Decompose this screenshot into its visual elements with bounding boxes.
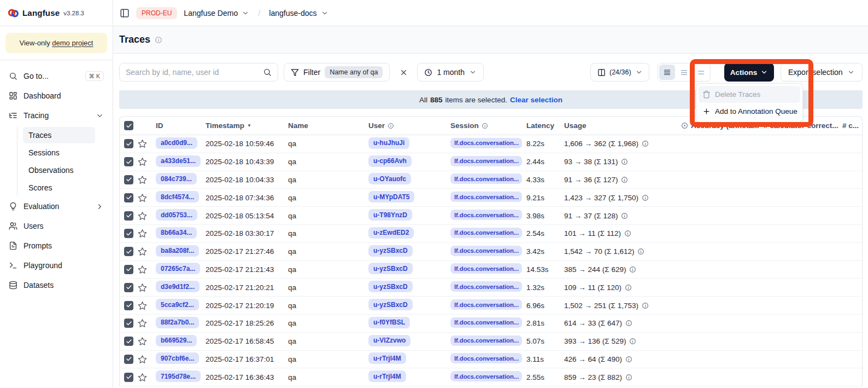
sidebar-item-prompts[interactable]: Prompts bbox=[4, 238, 108, 254]
row-checkbox[interactable] bbox=[124, 139, 133, 148]
star-icon[interactable] bbox=[138, 211, 147, 221]
info-icon[interactable] bbox=[642, 302, 649, 309]
sidebar-item-dashboard[interactable]: Dashboard bbox=[4, 88, 108, 104]
row-checkbox[interactable] bbox=[124, 355, 133, 364]
column-header-usage[interactable]: Usage bbox=[564, 121, 681, 130]
user-badge[interactable]: u-zEwdED2 bbox=[368, 227, 414, 239]
info-icon[interactable] bbox=[621, 158, 628, 165]
session-badge[interactable]: lf.docs.conversation... bbox=[450, 156, 522, 166]
session-badge[interactable]: lf.docs.conversation... bbox=[450, 317, 522, 328]
star-icon[interactable] bbox=[138, 318, 147, 328]
session-badge[interactable]: lf.docs.conversation... bbox=[450, 192, 522, 202]
star-icon[interactable] bbox=[138, 139, 147, 148]
user-badge[interactable]: u-yzSBxcD bbox=[368, 263, 413, 274]
info-icon[interactable] bbox=[629, 338, 636, 345]
column-header-latency[interactable]: Latency bbox=[526, 121, 564, 130]
sidebar-item-sessions[interactable]: Sessions bbox=[23, 144, 95, 161]
session-badge[interactable]: lf.docs.conversation... bbox=[450, 299, 522, 310]
session-badge[interactable]: lf.docs.conversation... bbox=[450, 246, 522, 256]
star-icon[interactable] bbox=[138, 229, 147, 238]
trace-id-badge[interactable]: d3e9d1f2... bbox=[156, 281, 200, 292]
trace-id-badge[interactable]: a0cd0d9... bbox=[156, 137, 197, 149]
org-breadcrumb[interactable]: Langfuse Demo bbox=[184, 9, 249, 18]
user-badge[interactable]: u-huJhuJi bbox=[368, 137, 409, 149]
info-icon[interactable] bbox=[637, 248, 644, 255]
row-checkbox[interactable] bbox=[124, 157, 133, 166]
column-header-user[interactable]: User bbox=[368, 121, 450, 130]
trace-id-badge[interactable]: 084c739... bbox=[156, 173, 197, 184]
sidebar-item-observations[interactable]: Observations bbox=[23, 162, 95, 178]
session-badge[interactable]: lf.docs.conversation... bbox=[450, 371, 522, 381]
star-icon[interactable] bbox=[138, 175, 147, 184]
trace-id-badge[interactable]: 8dcf4574... bbox=[156, 191, 199, 202]
user-badge[interactable]: u-T98YnzD bbox=[368, 209, 412, 221]
sidebar-item-datasets[interactable]: Datasets bbox=[4, 277, 108, 293]
session-badge[interactable]: lf.docs.conversation... bbox=[450, 173, 522, 184]
user-badge[interactable]: u-yzSBxcD bbox=[368, 299, 413, 310]
row-checkbox[interactable] bbox=[124, 318, 133, 328]
search-icon[interactable] bbox=[263, 68, 272, 77]
info-icon[interactable] bbox=[621, 212, 628, 219]
sidebar-item-tracing[interactable]: Tracing bbox=[4, 107, 108, 124]
sidebar-item-users[interactable]: Users bbox=[4, 218, 108, 234]
row-checkbox[interactable] bbox=[124, 193, 133, 202]
row-checkbox[interactable] bbox=[124, 373, 133, 382]
row-checkbox[interactable] bbox=[124, 337, 133, 346]
user-badge[interactable]: u-cp66Avh bbox=[368, 155, 412, 167]
star-icon[interactable] bbox=[138, 373, 147, 382]
session-badge[interactable]: lf.docs.conversation... bbox=[450, 335, 522, 346]
star-icon[interactable] bbox=[138, 193, 147, 202]
info-icon[interactable] bbox=[642, 194, 649, 201]
trace-id-badge[interactable]: 5cca9cf2... bbox=[156, 299, 199, 310]
session-badge[interactable]: lf.docs.conversation... bbox=[450, 263, 522, 274]
info-icon[interactable] bbox=[629, 266, 636, 273]
sidebar-item-traces[interactable]: Traces bbox=[23, 127, 95, 143]
user-badge[interactable]: u-MYpDAT5 bbox=[368, 191, 414, 202]
sidebar-item-scores[interactable]: Scores bbox=[23, 179, 95, 196]
sidebar-item-evaluation[interactable]: Evaluation bbox=[4, 198, 108, 215]
row-checkbox[interactable] bbox=[124, 229, 133, 238]
star-icon[interactable] bbox=[138, 301, 147, 310]
row-checkbox[interactable] bbox=[124, 211, 133, 221]
star-icon[interactable] bbox=[138, 247, 147, 256]
sidebar-toggle-icon[interactable] bbox=[120, 8, 130, 18]
session-badge[interactable]: lf.docs.conversation... bbox=[450, 353, 522, 363]
star-icon[interactable] bbox=[138, 337, 147, 346]
column-header-timestamp[interactable]: Timestamp▼ bbox=[206, 121, 288, 130]
user-badge[interactable]: u-rTrjl4M bbox=[368, 352, 406, 364]
trace-id-badge[interactable]: b669529... bbox=[156, 335, 197, 346]
row-checkbox[interactable] bbox=[124, 265, 133, 274]
user-badge[interactable]: u-f0YfBSL bbox=[368, 317, 410, 328]
trace-id-badge[interactable]: 7195d78e... bbox=[156, 370, 201, 382]
info-icon[interactable] bbox=[624, 230, 631, 237]
project-breadcrumb[interactable]: langfuse-docs bbox=[269, 9, 328, 18]
sidebar-item-playground[interactable]: Playground bbox=[4, 257, 108, 274]
star-icon[interactable] bbox=[138, 265, 147, 274]
user-badge[interactable]: u-yzSBxcD bbox=[368, 245, 413, 257]
session-badge[interactable]: lf.docs.conversation... bbox=[450, 210, 522, 220]
select-all-checkbox[interactable] bbox=[124, 121, 133, 130]
clear-filter-button[interactable] bbox=[395, 63, 412, 82]
info-icon[interactable] bbox=[642, 140, 649, 147]
star-icon[interactable] bbox=[138, 355, 147, 364]
search-input[interactable]: Search by id, name, user id bbox=[119, 63, 278, 82]
row-checkbox[interactable] bbox=[124, 301, 133, 310]
session-badge[interactable]: lf.docs.conversation... bbox=[450, 228, 522, 238]
info-icon[interactable] bbox=[625, 320, 632, 327]
clear-selection-link[interactable]: Clear selection bbox=[510, 96, 562, 104]
row-height-small-button[interactable] bbox=[659, 65, 675, 80]
user-badge[interactable]: u-yzSBxcD bbox=[368, 281, 413, 292]
session-badge[interactable]: lf.docs.conversation... bbox=[450, 138, 522, 148]
trace-id-badge[interactable]: a433de51... bbox=[156, 155, 201, 167]
info-icon[interactable] bbox=[625, 356, 632, 363]
trace-id-badge[interactable]: 07265c7a... bbox=[156, 263, 200, 274]
column-header-session[interactable]: Session bbox=[450, 121, 526, 130]
user-badge[interactable]: u-OYauofc bbox=[368, 173, 411, 184]
row-checkbox[interactable] bbox=[124, 283, 133, 292]
session-badge[interactable]: lf.docs.conversation... bbox=[450, 281, 522, 292]
trace-id-badge[interactable]: ba8a208f... bbox=[156, 245, 199, 257]
row-checkbox[interactable] bbox=[124, 175, 133, 184]
info-icon[interactable] bbox=[625, 284, 632, 291]
filter-button[interactable]: Filter Name any of qa bbox=[284, 63, 390, 82]
row-checkbox[interactable] bbox=[124, 247, 133, 256]
